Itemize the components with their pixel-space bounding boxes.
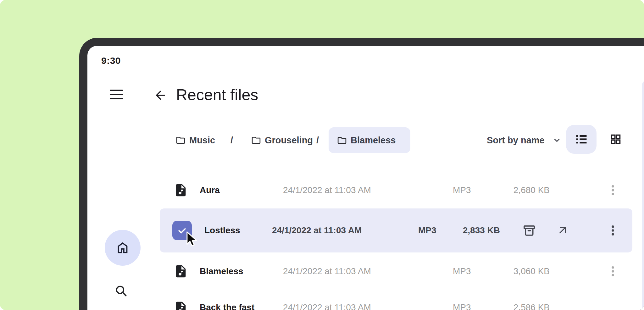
open-arrow-icon[interactable] — [557, 224, 569, 237]
file-type: MP3 — [453, 302, 471, 310]
more-options-icon[interactable] — [606, 224, 619, 237]
audio-file-icon — [174, 264, 188, 279]
page-title: Recent files — [176, 85, 258, 105]
file-date: 24/1/2022 at 11:03 AM — [283, 302, 371, 310]
file-size: 2,680 KB — [484, 185, 550, 195]
file-name: Blameless — [200, 266, 243, 276]
checkbox-checked[interactable] — [172, 221, 192, 240]
file-size: 3,060 KB — [484, 266, 550, 276]
home-button[interactable] — [105, 230, 141, 266]
file-type: MP3 — [453, 266, 471, 276]
breadcrumb-item-music[interactable]: Music — [175, 135, 215, 146]
folder-icon — [337, 135, 347, 146]
search-icon — [114, 284, 128, 298]
audio-file-icon — [174, 301, 188, 310]
file-date: 24/1/2022 at 11:03 AM — [272, 225, 362, 235]
list-view-icon — [575, 133, 588, 146]
home-icon — [115, 241, 130, 255]
page-background: 9:30 Recent files Music / — [0, 0, 644, 310]
archive-icon[interactable] — [522, 223, 536, 238]
file-name: Back the fast — [200, 302, 254, 310]
file-date: 24/1/2022 at 11:03 AM — [283, 185, 371, 195]
breadcrumb-item-grouseling[interactable]: Grouseling — [251, 135, 313, 146]
file-size: 2,833 KB — [433, 225, 500, 235]
folder-icon — [175, 135, 186, 146]
file-name: Aura — [200, 185, 220, 195]
back-button[interactable] — [153, 88, 167, 102]
sort-dropdown[interactable]: Sort by name — [487, 127, 562, 153]
grid-view-icon — [609, 133, 622, 146]
grid-view-toggle[interactable] — [603, 125, 628, 154]
breadcrumb-item-blameless-selected[interactable]: Blameless — [329, 127, 410, 153]
file-row-lostless-selected[interactable]: Lostless 24/1/2022 at 11:03 AM MP3 2,833… — [160, 208, 632, 252]
more-options-icon[interactable] — [606, 184, 619, 197]
file-type: MP3 — [453, 185, 471, 195]
file-name: Lostless — [204, 225, 240, 235]
back-arrow-icon — [153, 88, 167, 102]
file-row-aura[interactable]: Aura 24/1/2022 at 11:03 AM MP3 2,680 KB — [160, 176, 632, 204]
search-button[interactable] — [114, 284, 128, 298]
audio-file-icon — [174, 183, 188, 197]
breadcrumb-label: Grouseling — [265, 135, 313, 146]
status-clock: 9:30 — [101, 55, 121, 66]
breadcrumb-separator: / — [230, 135, 233, 146]
list-view-toggle[interactable] — [566, 125, 597, 154]
folder-icon — [251, 135, 261, 146]
file-size: 2,586 KB — [484, 302, 550, 310]
file-date: 24/1/2022 at 11:03 AM — [283, 266, 371, 276]
file-row-partial[interactable]: Back the fast 24/1/2022 at 11:03 AM MP3 … — [160, 296, 632, 310]
breadcrumb-separator: / — [316, 135, 319, 146]
more-options-icon[interactable] — [606, 265, 619, 278]
sort-label: Sort by name — [487, 135, 545, 146]
check-icon — [177, 225, 187, 236]
chevron-down-icon — [552, 135, 562, 146]
menu-icon[interactable] — [109, 89, 124, 101]
right-edge-panel-sliver — [642, 81, 644, 310]
tablet-frame: 9:30 Recent files Music / — [79, 38, 644, 310]
breadcrumb-label: Blameless — [351, 135, 396, 146]
tablet-screen: 9:30 Recent files Music / — [87, 46, 644, 310]
file-row-blameless[interactable]: Blameless 24/1/2022 at 11:03 AM MP3 3,06… — [160, 257, 632, 285]
breadcrumb-label: Music — [189, 135, 215, 146]
